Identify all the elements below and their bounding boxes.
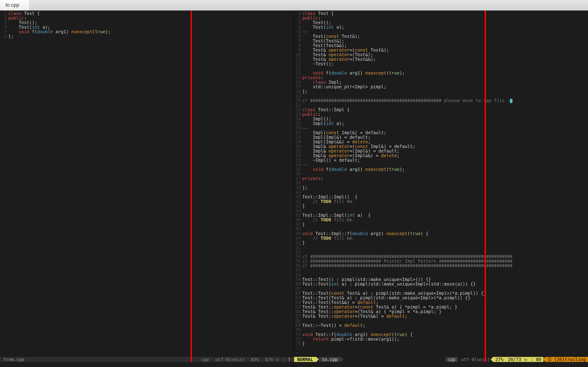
command-line[interactable] <box>0 362 588 367</box>
code-line[interactable]: 49void Test::Impl::f(double arg1) noexce… <box>294 231 588 236</box>
code-line[interactable]: 6}; <box>0 34 294 39</box>
code-line[interactable]: 53 <box>294 250 588 254</box>
code-line[interactable]: 41Test::Impl::Impl() { <box>294 194 588 199</box>
line-content: // #####################################… <box>302 254 588 259</box>
code-line[interactable]: 59Test::Test() : pimpl(std::make_unique<… <box>294 277 588 282</box>
code-line[interactable]: 1class Test { <box>0 11 294 16</box>
color-column-left <box>191 10 192 362</box>
code-line[interactable]: 67Test& Test::operator=(Test&&) = defaul… <box>294 314 588 318</box>
code-line[interactable]: 4 Test(int a); <box>294 25 588 29</box>
code-area-right[interactable]: 1class Test {2public:3 Test();4 Test(int… <box>294 10 588 357</box>
code-line[interactable]: 11 Test& operator=(Test&&); <box>294 57 588 61</box>
code-line[interactable]: 33 ~Impl() = default; <box>294 158 588 162</box>
code-line[interactable]: 42 // TODO fill me. <box>294 199 588 204</box>
code-line[interactable]: 34⋯⋯ <box>294 162 588 167</box>
code-line[interactable]: 54// ###################################… <box>294 254 588 259</box>
code-line[interactable]: 56// ###################################… <box>294 263 588 268</box>
code-line[interactable]: 39}; <box>294 185 588 190</box>
code-line[interactable]: 28 Impl(Impl&) = default; <box>294 135 588 140</box>
line-number: 41 <box>294 194 302 199</box>
code-line[interactable]: 32 Impl& operator=(Impl&&) = delete; <box>294 153 588 158</box>
code-line[interactable]: 43} <box>294 204 588 208</box>
code-line[interactable]: 62Test::Test(const Test& a) : pimpl(std:… <box>294 291 588 295</box>
code-line[interactable]: 5⋯⋯ <box>294 29 588 34</box>
code-line[interactable]: 69Test::~Test() = default; <box>294 323 588 327</box>
code-line[interactable]: 45Test::Impl::Impl(int a) { <box>294 213 588 217</box>
code-line[interactable]: 66Test& Test::operator=(Test& a) { *pimp… <box>294 309 588 314</box>
status-encoding: utf-8[unix] <box>458 357 493 362</box>
code-line[interactable]: 57 <box>294 268 588 273</box>
code-line[interactable]: 8 Test(Test&&); <box>294 43 588 48</box>
code-line[interactable]: 24 Impl(); <box>294 117 588 121</box>
code-line[interactable]: 30 Impl& operator=(const Impl&) = defaul… <box>294 144 588 149</box>
code-line[interactable]: 31 Impl& operator=(Impl&) = default; <box>294 149 588 153</box>
code-line[interactable]: 58 <box>294 273 588 277</box>
line-number: 8 <box>294 43 302 48</box>
line-content: void f(double arg1) noexcept(true); <box>302 71 588 75</box>
fold-marker[interactable]: ⋯⋯ <box>302 29 308 34</box>
code-line[interactable]: 64Test::Test(Test&&) = default; <box>294 300 588 305</box>
code-line[interactable]: 47} <box>294 222 588 227</box>
code-line[interactable]: 21 <box>294 103 588 107</box>
line-number: 35 <box>294 167 302 172</box>
code-line[interactable]: 48 <box>294 227 588 231</box>
code-line[interactable]: 17 std::unique_ptr<Impl> pimpl; <box>294 84 588 89</box>
code-line[interactable]: 36 <box>294 172 588 176</box>
code-line[interactable]: 9 Test& operator=(const Test&); <box>294 48 588 52</box>
line-content <box>302 268 588 273</box>
code-line[interactable]: 2public: <box>0 16 294 20</box>
code-line[interactable]: 15private: <box>294 75 588 80</box>
code-line[interactable]: 1class Test { <box>294 11 588 16</box>
code-area-left[interactable]: 1class Test {2public:3 Test();4 Test(int… <box>0 10 294 357</box>
code-line[interactable]: 3 Test(); <box>294 20 588 25</box>
code-line[interactable]: 46 // TODO fill me. <box>294 217 588 222</box>
line-number: 72 <box>294 337 302 341</box>
code-line[interactable]: 72 return pimpl->f(std::move(arg1)); <box>294 337 588 341</box>
code-line[interactable]: 5 void f(double arg1) noexcept(true); <box>0 29 294 34</box>
code-line[interactable]: 6 Test(const Test&); <box>294 34 588 39</box>
code-line[interactable]: 18}; <box>294 89 588 94</box>
code-line[interactable]: 38 <box>294 181 588 185</box>
fold-marker[interactable]: ⋯⋯ <box>302 162 308 167</box>
code-line[interactable]: 14 void f(double arg1) noexcept(true); <box>294 71 588 75</box>
code-line[interactable]: 16 class Impl; <box>294 80 588 84</box>
code-line[interactable]: 60Test::Test(int a) : pimpl(std::make_un… <box>294 282 588 286</box>
line-number: 45 <box>294 213 302 217</box>
code-line[interactable]: 4 Test(int a); <box>0 25 294 29</box>
code-line[interactable]: 23public: <box>294 112 588 117</box>
code-line[interactable]: 27 Impl(const Impl&) = default; <box>294 130 588 135</box>
code-line[interactable]: 13 <box>294 66 588 71</box>
pane-left[interactable]: 1class Test {2public:3 Test();4 Test(int… <box>0 10 294 362</box>
code-line[interactable]: 22class Test::Impl { <box>294 107 588 112</box>
code-line[interactable]: 10 Test& operator=(Test&); <box>294 52 588 57</box>
code-line[interactable]: 50 // TODO fill me. <box>294 236 588 240</box>
tab-to-cpp[interactable]: to.cpp <box>0 0 30 10</box>
code-line[interactable]: 3 Test(); <box>0 20 294 25</box>
code-line[interactable]: 61 <box>294 286 588 291</box>
code-line[interactable]: 71void Test::f(double arg1) noexcept(tru… <box>294 332 588 337</box>
code-line[interactable]: 12 ~Test(); <box>294 61 588 66</box>
pane-right[interactable]: 1class Test {2public:3 Test();4 Test(int… <box>294 10 588 362</box>
code-line[interactable]: 7 Test(Test&); <box>294 39 588 43</box>
code-line[interactable]: 37private: <box>294 176 588 181</box>
code-line[interactable]: 52 <box>294 245 588 250</box>
code-line[interactable]: 19 <box>294 94 588 98</box>
line-number: 46 <box>294 217 302 222</box>
code-line[interactable]: 70 <box>294 327 588 332</box>
code-line[interactable]: 40 <box>294 190 588 194</box>
line-number: 39 <box>294 185 302 190</box>
code-line[interactable]: 29 Impl(Impl&&) = delete; <box>294 140 588 144</box>
code-line[interactable]: 65Test& Test::operator=(const Test& a) {… <box>294 305 588 309</box>
fold-marker[interactable]: ⋯⋯ <box>302 125 308 131</box>
code-line[interactable]: 63Test::Test(Test& a) : pimpl(std::make_… <box>294 295 588 300</box>
code-line[interactable]: 51} <box>294 240 588 245</box>
code-line[interactable]: 55// ########################### Pointer… <box>294 259 588 263</box>
code-line[interactable]: 25 Impl(int a); <box>294 121 588 126</box>
code-line[interactable]: 35 void f(double arg1) noexcept(true); <box>294 167 588 172</box>
code-line[interactable]: 44 <box>294 208 588 213</box>
code-line[interactable]: 26⋯⋯ <box>294 126 588 130</box>
code-line[interactable]: 20// ###################################… <box>294 98 588 103</box>
code-line[interactable]: 73} <box>294 341 588 346</box>
code-line[interactable]: 68 <box>294 318 588 323</box>
code-line[interactable]: 2public: <box>294 16 588 20</box>
